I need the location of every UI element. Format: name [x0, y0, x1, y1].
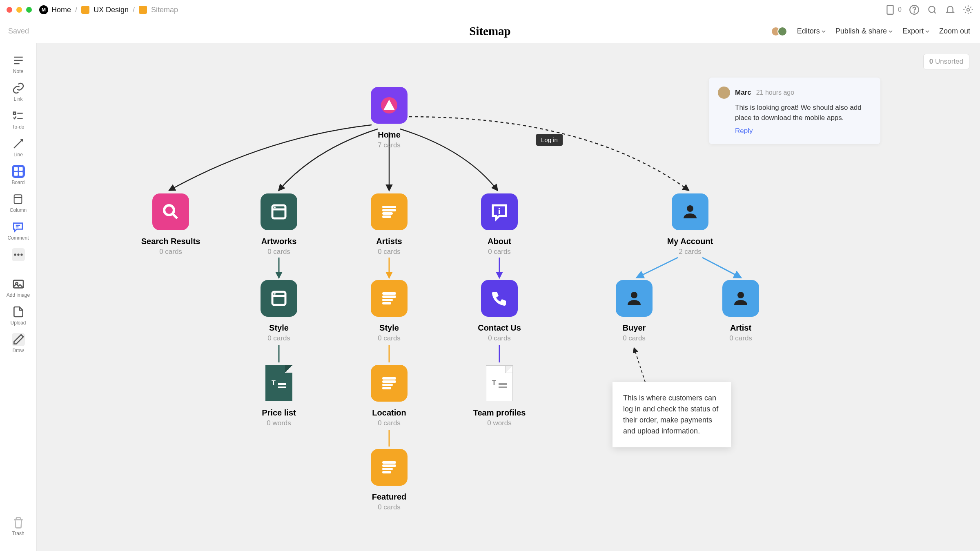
tool-more[interactable]	[9, 246, 27, 264]
reply-button[interactable]: Reply	[735, 127, 871, 135]
node-style1[interactable]: Style0 cards	[254, 280, 303, 342]
unsorted-badge[interactable]: 0 Unsorted	[923, 54, 969, 69]
tool-todo[interactable]: To-do	[9, 107, 27, 132]
svg-point-19	[274, 207, 276, 208]
home-triangle-icon	[379, 96, 399, 115]
svg-rect-6	[14, 167, 18, 171]
traffic-lights	[7, 7, 32, 13]
node-artists[interactable]: Artists0 cards	[365, 193, 414, 256]
export-dropdown[interactable]: Export	[902, 27, 929, 36]
comment-body: This is looking great! We should also ad…	[735, 103, 871, 123]
crumb-sep: /	[75, 6, 77, 14]
user-icon	[624, 289, 644, 308]
svg-point-25	[631, 292, 637, 298]
node-location[interactable]: Location0 cards	[365, 365, 414, 427]
tool-link[interactable]: Link	[9, 79, 27, 104]
tool-column[interactable]: Column	[7, 190, 29, 216]
node-teamprofiles[interactable]: T Team profiles0 words	[475, 365, 524, 427]
phone-icon	[490, 289, 509, 308]
svg-rect-9	[19, 172, 22, 176]
svg-rect-10	[14, 195, 22, 203]
tool-upload[interactable]: Upload	[8, 303, 28, 328]
device-count: 0	[898, 6, 902, 13]
minimize-window[interactable]	[16, 7, 22, 13]
svg-point-3	[929, 6, 935, 12]
brand-icon[interactable]: M	[39, 5, 48, 14]
node-search[interactable]: Search Results0 cards	[146, 193, 195, 256]
tool-add-image[interactable]: Add image	[4, 275, 32, 300]
text-lines-icon	[379, 289, 399, 308]
node-artworks[interactable]: Artworks0 cards	[254, 193, 303, 256]
svg-point-2	[914, 12, 914, 12]
svg-point-13	[20, 253, 22, 256]
svg-point-22	[687, 205, 693, 212]
crumb-home[interactable]: Home	[51, 6, 71, 14]
comment-card[interactable]: Marc 21 hours ago This is looking great!…	[709, 78, 880, 144]
user-icon	[731, 289, 751, 308]
note-card[interactable]: This is where customers can log in and c…	[612, 382, 731, 447]
tool-trash[interactable]: Trash	[9, 513, 27, 539]
node-buyer[interactable]: Buyer0 cards	[610, 280, 659, 342]
svg-rect-5	[13, 112, 16, 114]
svg-point-12	[17, 253, 19, 256]
tool-draw[interactable]: Draw	[9, 331, 27, 356]
document-title[interactable]: Sitemap	[469, 24, 511, 38]
window-titlebar: M Home / UX Design / Sitemap 0	[0, 0, 980, 20]
avatar	[777, 27, 787, 36]
breadcrumb: Home / UX Design / Sitemap	[51, 6, 178, 14]
tool-comment[interactable]: Comment	[5, 218, 31, 243]
node-myaccount[interactable]: My Account2 cards	[666, 193, 715, 256]
save-status: Saved	[8, 27, 29, 36]
tool-note[interactable]: Note	[9, 51, 27, 77]
svg-rect-0	[887, 5, 893, 14]
crumb-sep: /	[133, 6, 135, 14]
maximize-window[interactable]	[26, 7, 32, 13]
edge-label-login[interactable]: Log in	[536, 134, 563, 146]
node-artist[interactable]: Artist0 cards	[716, 280, 765, 342]
comment-author: Marc	[735, 89, 751, 97]
document-icon: T	[265, 365, 292, 401]
help-icon[interactable]	[909, 4, 920, 15]
window-icon	[269, 202, 289, 222]
avatar	[718, 87, 730, 99]
zoom-out-button[interactable]: Zoom out	[939, 27, 970, 36]
svg-point-11	[14, 253, 16, 256]
node-home[interactable]: Home7 cards	[365, 87, 414, 149]
tool-board[interactable]: Board	[9, 162, 27, 188]
settings-icon[interactable]	[963, 4, 973, 15]
board-canvas[interactable]: 0 Unsorted Log in Home7 cards	[37, 43, 980, 551]
search-icon[interactable]	[927, 4, 938, 15]
svg-rect-21	[499, 210, 500, 214]
crumb-icon	[81, 6, 89, 14]
document-icon: T	[486, 365, 513, 401]
node-style2[interactable]: Style0 cards	[365, 280, 414, 342]
svg-point-24	[274, 293, 276, 295]
node-pricelist[interactable]: T Price list0 words	[254, 365, 303, 427]
comment-time: 21 hours ago	[756, 89, 794, 96]
text-lines-icon	[379, 458, 399, 477]
search-icon	[161, 202, 180, 222]
close-window[interactable]	[7, 7, 12, 13]
crumb-icon	[139, 6, 147, 14]
node-contact[interactable]: Contact Us0 cards	[475, 280, 524, 342]
svg-rect-20	[499, 208, 500, 209]
tool-line[interactable]: Line	[9, 135, 27, 160]
node-featured[interactable]: Featured0 cards	[365, 449, 414, 511]
window-icon	[269, 289, 289, 308]
crumb-ux[interactable]: UX Design	[94, 6, 129, 14]
svg-rect-8	[14, 172, 18, 176]
node-about[interactable]: About0 cards	[475, 193, 524, 256]
left-toolbar: Note Link To-do Line Board Column Commen…	[0, 43, 37, 551]
device-icon[interactable]	[885, 4, 895, 15]
editors-dropdown[interactable]: Editors	[797, 27, 826, 36]
document-header: Saved Sitemap Editors Publish & share Ex…	[0, 20, 980, 43]
svg-rect-7	[19, 167, 22, 171]
bell-icon[interactable]	[945, 4, 956, 15]
editor-avatars[interactable]	[771, 27, 787, 36]
crumb-current: Sitemap	[151, 6, 178, 14]
svg-point-26	[737, 292, 744, 298]
publish-dropdown[interactable]: Publish & share	[835, 27, 893, 36]
info-icon	[490, 202, 509, 222]
svg-point-4	[967, 9, 970, 11]
user-icon	[680, 202, 700, 222]
